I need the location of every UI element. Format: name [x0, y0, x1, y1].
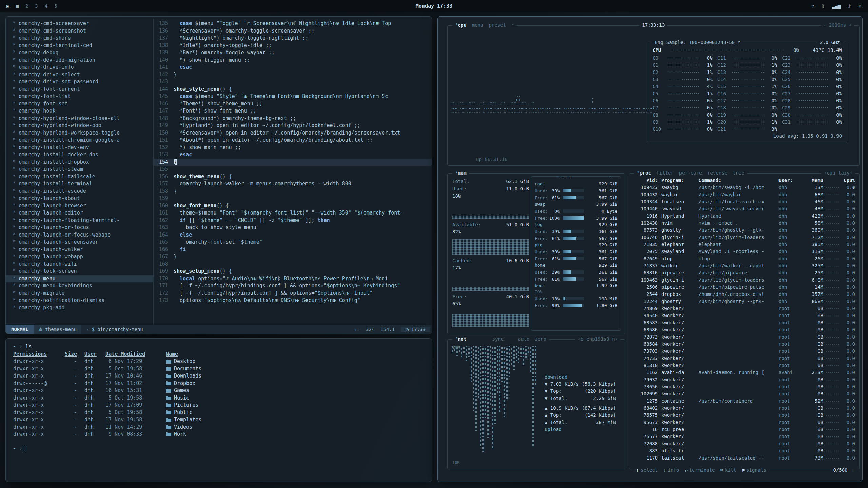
sync-toggle[interactable]: sync: [492, 336, 504, 342]
file-item[interactable]: * omarchy-font-set: [6, 100, 153, 108]
proc-row[interactable]: 87649btopbtopdhh26M0.0: [632, 255, 857, 262]
proc-row[interactable]: 72088kworker/root0B0.0: [632, 440, 857, 447]
proc-row[interactable]: 12244ghostty/usr/bin/ghostty --gtk-dhh86…: [632, 298, 857, 305]
proc-row[interactable]: 16rcu_preeroot0B0.0: [632, 426, 857, 433]
proc-header[interactable]: Pid:Program:Command:User:MemBCpu% ↑: [632, 177, 857, 184]
tree-toggle[interactable]: tree: [733, 170, 744, 176]
auto-toggle[interactable]: auto: [518, 336, 529, 342]
file-item[interactable]: * omarchy-launch-browser: [6, 202, 153, 210]
network-icon[interactable]: ▂▄▆: [832, 3, 841, 9]
file-item[interactable]: * omarchy-launch-walker: [6, 246, 153, 253]
file-item[interactable]: * omarchy-launch-screensaver: [6, 239, 153, 246]
bluetooth-icon[interactable]: ᛒ: [822, 3, 824, 9]
file-item[interactable]: * omarchy-pkg-add: [6, 304, 153, 312]
filter-button[interactable]: filter: [656, 170, 674, 176]
proc-row[interactable]: 73703kworker/root0B0.0: [632, 348, 857, 355]
file-item[interactable]: * omarchy-menu-keybindings: [6, 282, 153, 290]
file-item[interactable]: * omarchy-lock-screen: [6, 268, 153, 275]
update-interval-control[interactable]: - 2000ms +: [821, 22, 854, 28]
file-item[interactable]: * omarchy-hyprland-window-pop: [6, 122, 153, 129]
file-item[interactable]: * omarchy-launch-wifi: [6, 261, 153, 268]
file-item[interactable]: * omarchy-launch-about: [6, 195, 153, 202]
proc-row[interactable]: 2506pipewire/usr/bin/pipewire-pulsedhh14…: [632, 284, 857, 291]
file-item[interactable]: * omarchy-install-tailscale: [6, 173, 153, 181]
file-item[interactable]: * omarchy-drive-set-password: [6, 78, 153, 86]
proc-row[interactable]: 1916HyprlandHyprlanddhh423M0.0: [632, 212, 857, 220]
proc-row[interactable]: 102438nvimnvim --embed .dhh58M0.0: [632, 220, 857, 227]
footer-action-select[interactable]: ↑select: [636, 467, 658, 473]
proc-row[interactable]: 74869kworker/root0B0.0: [632, 305, 857, 312]
preset-button[interactable]: preset: [489, 22, 506, 28]
file-item[interactable]: * omarchy-install-docker-dbs: [6, 151, 153, 159]
file-item[interactable]: * omarchy-migrate: [6, 290, 153, 297]
proc-row[interactable]: 68586kworker/root0B0.0: [632, 326, 857, 333]
scroll-down-icon[interactable]: ↓: [852, 467, 854, 473]
proc-row[interactable]: 68583kworker/root0B0.0: [632, 319, 857, 326]
proc-row[interactable]: 73656kworker/root0B0.0: [632, 383, 857, 390]
proc-row[interactable]: 2075XwaylandXwayland :1 -rootless -dhh11…: [632, 248, 857, 255]
file-item[interactable]: * omarchy-cmd-screenshot: [6, 27, 153, 35]
file-item[interactable]: * omarchy-drive-info: [6, 64, 153, 71]
proc-row[interactable]: 109463glycin-i/usr/lib/glycin-loadersdhh…: [632, 277, 857, 284]
file-item[interactable]: * omarchy-launch-floating-terminal-: [6, 217, 153, 224]
disks-title[interactable]: disks: [554, 176, 573, 178]
file-item[interactable]: * omarchy-launch-webapp: [6, 253, 153, 261]
file-item[interactable]: * omarchy-cmd-share: [6, 35, 153, 42]
file-item[interactable]: * omarchy-install-vscode: [6, 188, 153, 195]
proc-row[interactable]: 109344localsea/usr/lib/localsearch-exdhh…: [632, 198, 857, 205]
footer-action-terminate[interactable]: ↵terminate: [685, 467, 715, 473]
footer-action-info[interactable]: ↓info: [663, 467, 679, 473]
proc-row[interactable]: 71837walker/usr/bin/walker --gappldhh325…: [632, 262, 857, 269]
file-list[interactable]: * omarchy-cmd-screensaver* omarchy-cmd-s…: [6, 19, 154, 324]
proc-row[interactable]: 94540kworker/root0B0.0: [632, 312, 857, 319]
file-item[interactable]: * omarchy-menu: [6, 275, 153, 283]
io-tab[interactable]: io: [605, 176, 616, 178]
file-item[interactable]: * omarchy-dev-add-migration: [6, 57, 153, 64]
proc-row[interactable]: 109432waybar/usr/bin/waybardhh68M0.0: [632, 191, 857, 198]
zero-toggle[interactable]: zero: [535, 336, 546, 342]
volume-icon[interactable]: ♪: [848, 3, 851, 9]
menu-button[interactable]: menu: [472, 22, 484, 28]
proc-row[interactable]: 2544dropbox/home/dhh/.dropbox-distdhh357…: [632, 291, 857, 298]
file-item[interactable]: * omarchy-launch-or-focus: [6, 224, 153, 231]
proc-row[interactable]: 87573ghostty/usr/bin/ghostty --gtk-dhh36…: [632, 227, 857, 234]
file-item[interactable]: * omarchy-install-chromium-google-a: [6, 137, 153, 144]
power-icon[interactable]: ⊙: [859, 3, 861, 9]
proc-row[interactable]: 74733kworker/root0B0.0: [632, 355, 857, 362]
proc-row[interactable]: 71835elephantelephantdhh385M0.0: [632, 241, 857, 248]
file-item[interactable]: * omarchy-hyprland-window-close-all: [6, 115, 153, 122]
proc-row[interactable]: 76577kworker/root0B0.0: [632, 433, 857, 440]
file-item[interactable]: * omarchy-launch-or-focus-webapp: [6, 231, 153, 239]
sort-mode-selector[interactable]: ‹cpu lazy›: [821, 170, 855, 176]
file-item[interactable]: * omarchy-install-dev-env: [6, 144, 153, 151]
screencast-icon[interactable]: ⇄: [811, 3, 814, 9]
file-item[interactable]: * omarchy-hyprland-workspace-toggle: [6, 129, 153, 137]
proc-row[interactable]: 95673kworker/root0B0.0: [632, 419, 857, 426]
proc-row[interactable]: 109440swayosd-/usr/lib/swayosd-serverdhh…: [632, 205, 857, 212]
file-item[interactable]: * omarchy-hook: [6, 107, 153, 115]
terminal-window[interactable]: ~ › ls PermissionsSizeUserDate ModifiedN…: [5, 338, 432, 482]
proc-row[interactable]: 68402kworker/root0B0.0: [632, 405, 857, 412]
file-item[interactable]: * omarchy-debug: [6, 49, 153, 57]
footer-action-signals[interactable]: ⚑signals: [742, 467, 766, 473]
proc-row[interactable]: 76575kworker/root0B0.0: [632, 412, 857, 419]
file-item[interactable]: * omarchy-cmd-terminal-cwd: [6, 42, 153, 49]
proc-row[interactable]: 1162avahi-daavahi-daemon: running [avahi…: [632, 369, 857, 376]
footer-action-kill[interactable]: ⌦kill: [720, 467, 736, 473]
file-item[interactable]: * omarchy-font-list: [6, 93, 153, 100]
proc-row[interactable]: 106746glycin-i/usr/lib/glycin-loadersdhh…: [632, 234, 857, 241]
file-item[interactable]: * omarchy-launch-editor: [6, 209, 153, 217]
file-item[interactable]: * omarchy-cmd-screensaver: [6, 20, 153, 27]
file-item[interactable]: * omarchy-font-current: [6, 86, 153, 93]
proc-row[interactable]: 1170tailscal/usr/sbin/tailscaled --root7…: [632, 454, 857, 462]
proc-row[interactable]: 79032kworker/root0B0.0: [632, 376, 857, 383]
proc-row[interactable]: 63816pipewire/usr/bin/pipewiredhh25M0.0: [632, 269, 857, 277]
file-item[interactable]: * omarchy-install-dropbox: [6, 159, 153, 166]
per-core-toggle[interactable]: per-core: [679, 170, 702, 176]
proc-row[interactable]: 883btrfs-trroot0B0.0: [632, 447, 857, 454]
file-item[interactable]: * omarchy-drive-select: [6, 71, 153, 79]
proc-row[interactable]: 102099kworker/root0B0.0: [632, 390, 857, 398]
file-item[interactable]: * omarchy-install-steam: [6, 166, 153, 173]
code-editor[interactable]: 135 case $(menu "Toggle" "☐ Screensaver\…: [154, 19, 432, 324]
proc-row[interactable]: 81310kworker/root0B0.0: [632, 362, 857, 369]
